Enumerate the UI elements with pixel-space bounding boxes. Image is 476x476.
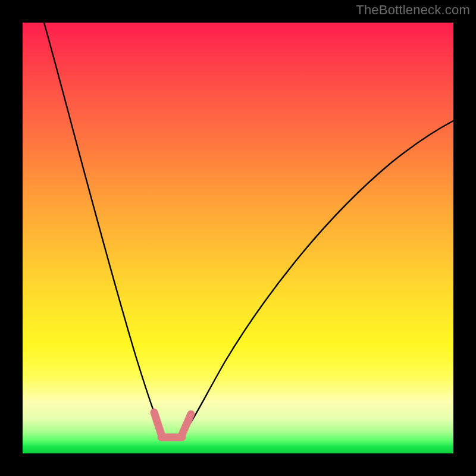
curve-layer — [23, 23, 453, 453]
bottleneck-curve — [44, 23, 453, 437]
chart-frame: TheBottleneck.com — [0, 0, 476, 476]
watermark-text: TheBottleneck.com — [356, 2, 470, 18]
min-marker-icon — [154, 412, 191, 437]
plot-area — [23, 23, 453, 453]
